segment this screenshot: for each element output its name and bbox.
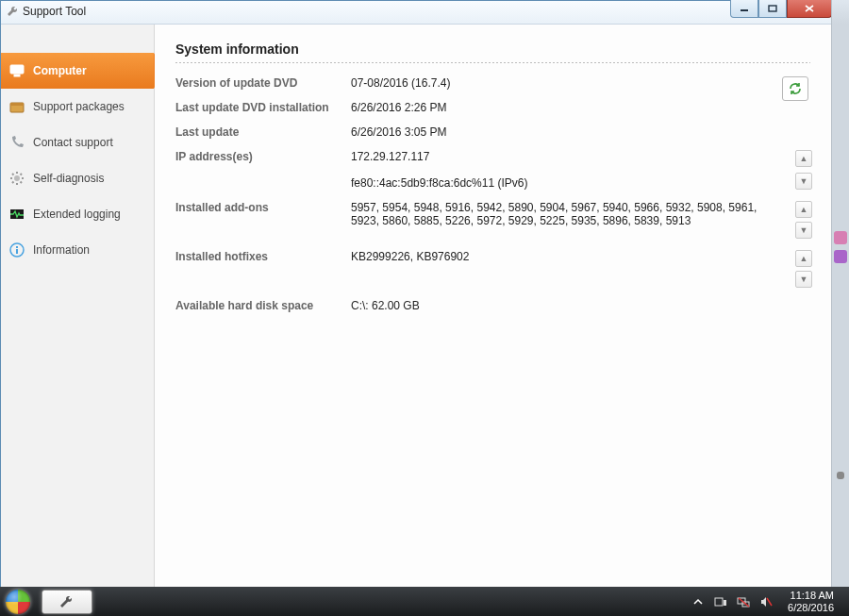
addons-scroll-down-button[interactable]: ▼ [795,222,812,239]
svg-rect-6 [10,103,24,106]
disk-value: C:\: 62.00 GB [351,299,810,312]
ip-v6-value: fe80::4ac:5db9:f8ca:6dc%11 (IPv6) [351,176,782,190]
sidebar-item-label: Self-diagnosis [33,172,104,185]
tray-network-icon[interactable] [735,593,752,610]
window-minimize-button[interactable] [730,0,758,18]
addons-scroll-up-button[interactable]: ▲ [795,201,812,218]
last-update-label: Last update [175,125,351,139]
ip-scroll-down-button[interactable]: ▼ [795,173,812,190]
tray-device-icon[interactable] [712,593,729,610]
hotfixes-value: KB2999226, KB976902 ▲ ▼ [351,250,810,288]
tray-date: 6/28/2016 [788,602,834,614]
sidebar-item-label: Computer [33,64,87,77]
addons-value: 5957, 5954, 5948, 5916, 5942, 5890, 5904… [351,201,810,239]
sidebar-item-label: Extended logging [33,208,121,221]
logging-icon [8,206,25,223]
window-maximize-button[interactable] [758,0,787,18]
sidebar-item-computer[interactable]: Computer [1,53,154,89]
app-window: Support Tool [0,0,832,587]
windows-orb-icon [6,590,30,614]
version-dvd-value: 07-08/2016 (16.7.4) [351,76,810,90]
ip-scroll-up-button[interactable]: ▲ [795,150,812,167]
sidebar-item-self-diagnosis[interactable]: Self-diagnosis [1,160,154,196]
svg-rect-4 [14,75,20,76]
svg-rect-12 [715,598,723,606]
disk-label: Available hard disk space [175,299,351,312]
taskbar-app-button[interactable] [42,590,92,614]
ip-v4-value: 172.29.127.117 [351,150,782,163]
tray-clock[interactable]: 11:18 AM 6/28/2016 [780,590,841,614]
last-update-value: 6/26/2016 3:05 PM [351,125,810,139]
svg-rect-0 [741,9,748,11]
start-button[interactable] [0,587,36,616]
background-window-fragment [837,472,844,479]
gear-icon [8,170,25,187]
svg-rect-10 [16,249,18,254]
svg-rect-11 [16,246,18,248]
divider [175,62,810,63]
svg-rect-3 [12,67,22,72]
sidebar: Computer Support packages [1,25,155,588]
hotfixes-scroll-up-button[interactable]: ▲ [795,250,812,267]
background-window-fragment [834,231,847,244]
tray-show-hidden-button[interactable] [690,593,707,610]
app-wrench-icon [6,5,19,18]
sidebar-item-label: Contact support [33,136,113,149]
titlebar[interactable]: Support Tool [1,1,831,25]
version-dvd-label: Version of update DVD [175,76,351,90]
tray-volume-icon[interactable] [757,593,774,610]
computer-icon [8,62,25,79]
phone-icon [8,134,25,151]
ip-label: IP address(es) [175,150,351,190]
svg-point-7 [14,175,20,181]
hotfixes-scroll-down-button[interactable]: ▼ [795,271,812,288]
sidebar-item-label: Support packages [33,100,125,113]
info-icon [8,241,25,258]
wrench-icon [58,595,75,608]
addons-label: Installed add-ons [175,201,351,239]
sidebar-item-information[interactable]: Information [1,232,154,268]
sidebar-item-label: Information [33,243,90,257]
sidebar-item-support-packages[interactable]: Support packages [1,89,154,125]
main-panel: System information Version of update DVD… [155,25,831,588]
page-title: System information [175,42,810,57]
background-window-fragment [834,250,847,263]
svg-rect-13 [724,600,726,606]
hotfixes-label: Installed hotfixes [175,250,351,288]
last-install-value: 6/26/2016 2:26 PM [351,101,810,114]
package-icon [8,98,25,115]
taskbar[interactable]: 11:18 AM 6/28/2016 [0,587,849,616]
window-close-button[interactable] [787,0,832,18]
desktop-right-edge [831,0,849,587]
window-title: Support Tool [23,5,86,18]
last-install-label: Last update DVD installation [175,101,351,114]
svg-rect-1 [769,6,776,11]
sidebar-item-contact-support[interactable]: Contact support [1,125,154,160]
ip-value: 172.29.127.117 fe80::4ac:5db9:f8ca:6dc%1… [351,150,810,190]
tray-time: 11:18 AM [788,590,834,602]
sidebar-item-extended-logging[interactable]: Extended logging [1,196,154,232]
